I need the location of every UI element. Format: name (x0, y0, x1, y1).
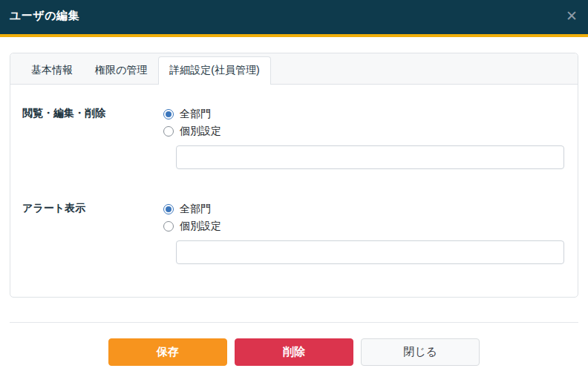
radio-label: 全部門 (180, 203, 211, 216)
radio-option-individual-setting[interactable]: 個別設定 (163, 217, 564, 234)
tab-panel-detail-settings: 閲覧・編集・削除 全部門 個別設定 アラート表示 (10, 85, 578, 297)
radio-label: 個別設定 (180, 125, 221, 138)
form-row-view-edit-delete: 閲覧・編集・削除 全部門 個別設定 (22, 105, 564, 169)
radio-icon-selected[interactable] (163, 204, 174, 214)
tab-bar: 基本情報 権限の管理 詳細設定(社員管理) (10, 53, 578, 85)
modal-footer: 保存 削除 閉じる (10, 323, 578, 374)
form-row-alert-display: アラート表示 全部門 個別設定 (22, 200, 564, 264)
radio-option-individual-setting[interactable]: 個別設定 (163, 122, 564, 140)
tab-detail-settings[interactable]: 詳細設定(社員管理) (158, 56, 270, 85)
modal-header: ユーザの編集 ✕ (0, 0, 588, 37)
radio-icon-unselected[interactable] (163, 221, 174, 232)
edit-user-modal: ユーザの編集 ✕ 基本情報 権限の管理 詳細設定(社員管理) 閲覧・編集・削除 … (0, 0, 588, 374)
close-icon[interactable]: ✕ (566, 9, 578, 23)
individual-departments-input[interactable] (176, 240, 564, 264)
tab-basic-info[interactable]: 基本情報 (20, 56, 84, 84)
modal-body: 基本情報 権限の管理 詳細設定(社員管理) 閲覧・編集・削除 全部門 個別設定 (0, 37, 588, 374)
radio-label: 個別設定 (180, 220, 221, 233)
radio-icon-unselected[interactable] (163, 126, 174, 137)
delete-button[interactable]: 削除 (235, 338, 353, 366)
tab-permission-management[interactable]: 権限の管理 (84, 56, 158, 84)
save-button[interactable]: 保存 (108, 338, 227, 366)
close-button[interactable]: 閉じる (361, 338, 480, 366)
field-label-view-edit-delete: 閲覧・編集・削除 (22, 105, 163, 120)
radio-option-all-departments[interactable]: 全部門 (163, 200, 564, 217)
radio-label: 全部門 (180, 108, 211, 121)
settings-card: 基本情報 権限の管理 詳細設定(社員管理) 閲覧・編集・削除 全部門 個別設定 (10, 53, 578, 298)
field-col: 全部門 個別設定 (163, 105, 564, 169)
individual-departments-input[interactable] (176, 145, 564, 169)
radio-icon-selected[interactable] (163, 109, 174, 119)
field-col: 全部門 個別設定 (163, 200, 564, 264)
field-label-alert-display: アラート表示 (22, 200, 163, 215)
modal-title: ユーザの編集 (10, 9, 79, 23)
radio-option-all-departments[interactable]: 全部門 (163, 105, 564, 122)
